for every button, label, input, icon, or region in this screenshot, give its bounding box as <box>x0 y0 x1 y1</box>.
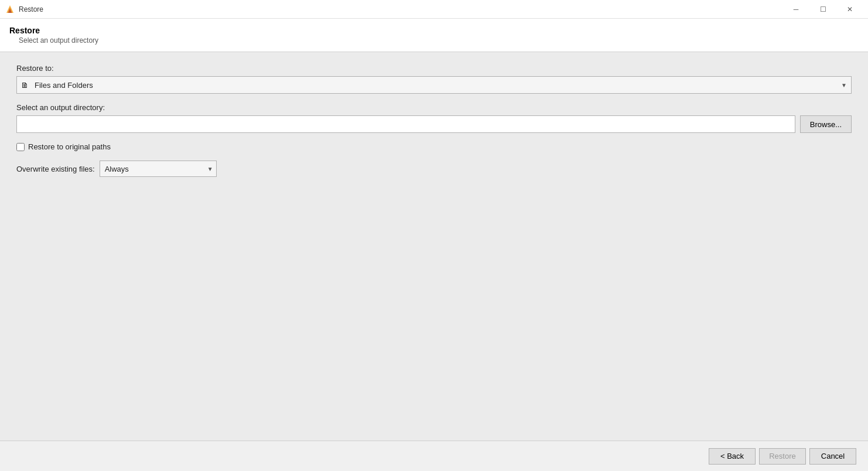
title-bar: Restore ─ ☐ ✕ <box>0 0 868 19</box>
restore-to-dropdown[interactable]: Files and Folders <box>16 76 852 94</box>
cancel-button[interactable]: Cancel <box>809 448 856 465</box>
minimize-button[interactable]: ─ <box>782 0 809 19</box>
close-button[interactable]: ✕ <box>836 0 863 19</box>
output-dir-input[interactable] <box>16 115 795 133</box>
footer: < Back Restore Cancel <box>0 441 868 471</box>
restore-to-label: Restore to: <box>16 64 852 73</box>
output-dir-row: Browse... <box>16 115 852 133</box>
app-icon <box>5 4 15 15</box>
overwrite-dropdown[interactable]: Always Never Ask <box>100 161 217 177</box>
header-subtitle: Select an output directory <box>19 36 859 45</box>
restore-button[interactable]: Restore <box>759 448 806 465</box>
restore-to-group: Restore to: 🗎 Files and Folders ▼ <box>16 64 852 94</box>
overwrite-row: Overwrite existing files: Always Never A… <box>16 161 852 177</box>
browse-button[interactable]: Browse... <box>800 115 852 133</box>
restore-original-paths-row: Restore to original paths <box>16 142 852 151</box>
title-bar-text: Restore <box>19 5 782 13</box>
output-dir-group: Select an output directory: Browse... <box>16 103 852 133</box>
header-title: Restore <box>9 26 859 35</box>
output-dir-label: Select an output directory: <box>16 103 852 112</box>
overwrite-label: Overwrite existing files: <box>16 165 95 173</box>
header-section: Restore Select an output directory <box>0 19 868 52</box>
title-bar-controls: ─ ☐ ✕ <box>782 0 863 19</box>
back-button[interactable]: < Back <box>709 448 756 465</box>
restore-to-dropdown-container: 🗎 Files and Folders ▼ <box>16 76 852 94</box>
main-content: Restore to: 🗎 Files and Folders ▼ Select… <box>0 52 868 441</box>
maximize-button[interactable]: ☐ <box>809 0 836 19</box>
overwrite-dropdown-wrapper: Always Never Ask ▼ <box>100 161 217 177</box>
restore-original-paths-checkbox[interactable] <box>16 143 25 151</box>
restore-original-paths-label[interactable]: Restore to original paths <box>28 142 111 151</box>
